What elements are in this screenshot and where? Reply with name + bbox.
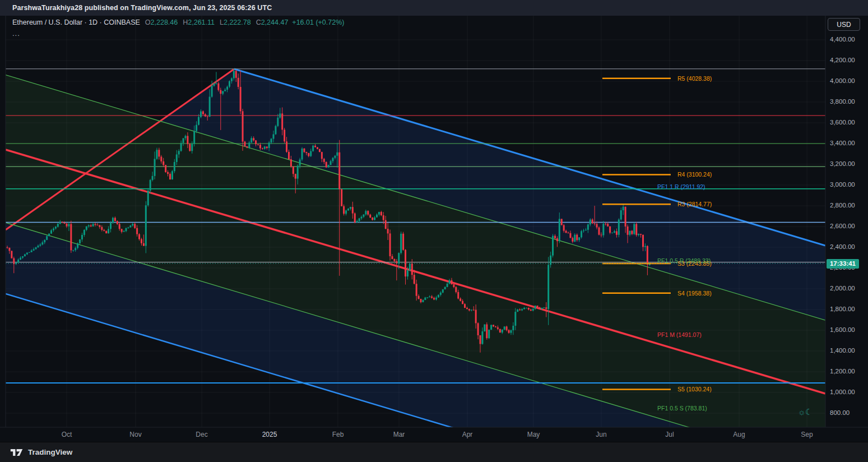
currency-usd-button[interactable]: USD: [828, 18, 860, 31]
pivot-label-R4: R4 (3100.24): [677, 171, 712, 178]
price-axis-label: 3,600.00: [830, 119, 855, 126]
sun-moon-icon: ☼☾: [798, 407, 812, 417]
symbol-title: Ethereum / U.S. Dollar · 1D · COINBASE: [12, 19, 140, 26]
price-axis-label: 4,400.00: [830, 36, 855, 43]
ohlc-close: C2,244.47: [255, 19, 289, 26]
pitchfan-label-1: PF1 0.5 R (2489.33): [657, 257, 711, 264]
footer-bar: TradingView: [0, 442, 868, 462]
price-axis-label: 2,400.00: [830, 243, 855, 250]
time-axis-label-Feb: Feb: [332, 431, 344, 438]
pivot-label-R3: R3 (2814.77): [677, 201, 712, 207]
ohlc-low: L2,222.78: [219, 19, 251, 26]
time-axis-label-Jun: Jun: [596, 431, 606, 438]
countdown-badge: 17:33:41: [827, 259, 859, 269]
time-axis-label-Apr: Apr: [462, 431, 473, 438]
price-axis-label: 4,200.00: [830, 57, 855, 63]
price-axis-label: 1,400.00: [830, 347, 855, 354]
pitchfan-label-0: PF1 1 R (2911.92): [657, 183, 705, 190]
time-axis-label-Sep: Sep: [801, 431, 813, 438]
pitchfan-label-2: PF1 M (1491.07): [657, 331, 702, 338]
plot-area[interactable]: [6, 16, 825, 462]
price-axis-label: 2,600.00: [830, 223, 855, 229]
publish-text: ParshwaTurakhiya28 published on TradingV…: [12, 4, 272, 12]
price-axis-label: 1,200.00: [830, 368, 855, 375]
price-axis-label: 800.00: [830, 409, 850, 416]
ohlc-high: H2,261.11: [182, 19, 215, 26]
price-axis-label: 4,000.00: [830, 77, 855, 84]
price-axis-label: 3,800.00: [830, 98, 855, 105]
time-axis-label-Aug: Aug: [733, 431, 745, 438]
time-axis-label-Dec: Dec: [196, 431, 207, 438]
price-axis-label: 1,800.00: [830, 306, 855, 312]
publish-bar: ParshwaTurakhiya28 published on TradingV…: [0, 0, 868, 16]
tradingview-logo-icon: [10, 448, 24, 457]
more-indicators[interactable]: ...: [12, 29, 20, 38]
ohlc-open: O2,228.46: [144, 19, 178, 26]
pitchfan-label-3: PF1 0.5 S (783.81): [657, 405, 707, 412]
time-axis-label-Mar: Mar: [393, 431, 405, 438]
time-axis-label-Nov: Nov: [129, 431, 141, 438]
pivot-label-S4: S4 (1958.38): [677, 290, 712, 297]
time-axis-label-2025: 2025: [262, 431, 277, 438]
price-axis-label: 3,200.00: [830, 160, 855, 167]
time-axis-label-Jul: Jul: [665, 431, 674, 438]
pivot-label-R5: R5 (4028.38): [677, 75, 712, 82]
time-axis-label-May: May: [527, 431, 540, 438]
price-axis-label: 1,600.00: [830, 326, 855, 333]
tradingview-logo[interactable]: TradingView: [10, 448, 72, 457]
price-axis-label: 2,800.00: [830, 202, 855, 209]
time-axis-label-Oct: Oct: [62, 431, 72, 438]
candlestick-chart[interactable]: [0, 0, 868, 462]
price-axis-label: 3,000.00: [830, 181, 855, 188]
price-axis-label: 3,400.00: [830, 140, 855, 146]
price-axis-label: 2,000.00: [830, 285, 855, 292]
pivot-label-S5: S5 (1030.24): [677, 386, 712, 392]
price-axis-label: 1,000.00: [830, 389, 855, 395]
symbol-header[interactable]: Ethereum / U.S. Dollar · 1D · COINBASE O…: [12, 19, 344, 26]
tradingview-logo-text: TradingView: [28, 448, 72, 456]
change-text: +16.01 (+0.72%): [292, 19, 344, 26]
